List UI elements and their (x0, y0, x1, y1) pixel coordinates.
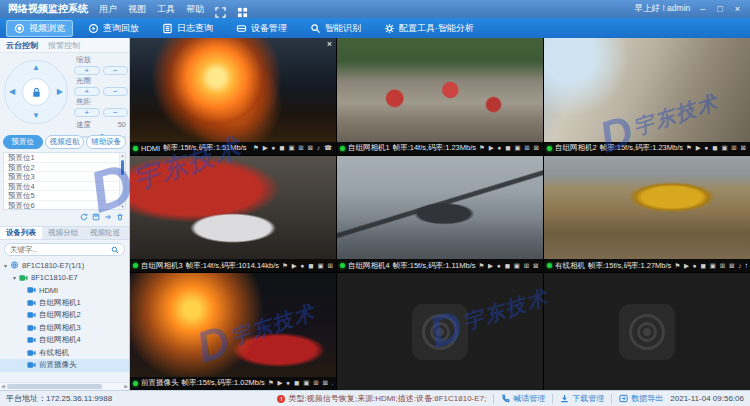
tree-device-node[interactable]: ▾ 8F1C1810-E7 (0, 272, 129, 285)
channel-label: 自组网相机1 (39, 298, 81, 308)
ptz-direction-pad[interactable]: ▲ ▼ ◀ ▶ (4, 60, 68, 124)
video-cell-front-selected[interactable]: 前置摄像头 帧率:15f/s,码率:1.02Mb/s ⚑ ▶ ● ◼ ▣ ⊞ ⊠… (130, 273, 336, 390)
tree-channel-selected[interactable]: 前置摄像头 (0, 359, 129, 372)
preset-item[interactable]: 预置位5 (4, 191, 125, 201)
channel-label: 前置摄像头 (39, 360, 77, 370)
expander-icon[interactable]: ▾ (13, 274, 16, 281)
preset-item[interactable]: 预置位2 (4, 163, 125, 173)
cell-toolbar-icons[interactable]: ⚑ ▶ ● ◼ ▣ ⊞ ⊠ ♪ ☎ (686, 144, 747, 152)
video-cell-empty[interactable] (544, 273, 750, 390)
ptz-left-arrow[interactable]: ◀ (9, 88, 15, 96)
video-cell-wired[interactable]: 有线相机 帧率:15f/s,码率:1.27Mb/s ⚑ ▶ ● ◼ ▣ ⊞ ⊠ … (544, 156, 750, 273)
video-cell-adhoc1[interactable]: 自组网相机1 帧率:14f/s,码率:1.23Mb/s ⚑ ▶ ● ◼ ▣ ⊞ … (337, 38, 543, 155)
close-button[interactable]: × (733, 5, 742, 14)
tree-channel[interactable]: 有线相机 (0, 347, 129, 360)
data-export-button[interactable]: 数据导出 (619, 393, 663, 404)
scroll-up-icon[interactable]: ▲ (120, 153, 125, 158)
scrollbar-thumb[interactable] (7, 384, 102, 389)
preset-item[interactable]: 预置位1 (4, 153, 125, 163)
preset-item[interactable]: 预置位6 (4, 201, 125, 211)
nav-log-query[interactable]: 日志查询 (154, 20, 221, 37)
ptz-up-arrow[interactable]: ▲ (32, 64, 40, 72)
cell-toolbar-icons[interactable]: ⚑ ▶ ● ◼ ▣ ⊞ ⊠ ♪ ☎ (478, 262, 540, 270)
scrollbar-thumb[interactable] (121, 160, 124, 175)
tree-horizontal-scrollbar[interactable]: ◀ ▶ (0, 382, 129, 390)
ptz-down-arrow[interactable]: ▼ (32, 112, 40, 120)
preset-action-bar (80, 213, 124, 221)
cell-toolbar-icons[interactable]: ⚑ ▶ ● ◼ ▣ ⊞ ⊠ ♪ ☎ (253, 144, 333, 152)
stream-stats: 帧率:15f/s,码率:1.11Mb/s (393, 261, 476, 271)
tree-channel[interactable]: 自组网相机2 (0, 309, 129, 322)
camera-icon (27, 349, 36, 357)
menu-user[interactable]: 用户 (99, 3, 117, 16)
cell-toolbar-icons[interactable]: ⚑ ▶ ● ◼ ▣ ⊞ ⊠ ♪ ☎ (479, 144, 540, 152)
camera-name: 自组网相机4 (348, 261, 390, 271)
cell-close-icon[interactable]: × (327, 39, 332, 49)
goto-preset-icon[interactable] (104, 213, 112, 221)
delete-preset-icon[interactable] (116, 213, 124, 221)
tab-video-tour[interactable]: 视频轮巡 (84, 227, 126, 239)
download-manage-button[interactable]: 下载管理 (560, 393, 604, 404)
video-frame (337, 156, 543, 260)
video-cell-adhoc4[interactable]: 自组网相机4 帧率:15f/s,码率:1.11Mb/s ⚑ ▶ ● ◼ ▣ ⊞ … (337, 156, 543, 273)
focus-minus-button[interactable]: − (103, 108, 129, 117)
recognition-icon (310, 23, 321, 34)
video-cell-adhoc3[interactable]: 自组网相机3 帧率:14f/s,码率:1014.14kb/s ⚑ ▶ ● ◼ ▣… (130, 156, 336, 273)
minimize-button[interactable]: – (698, 5, 707, 14)
iris-minus-button[interactable]: − (103, 87, 129, 96)
preset-scrollbar[interactable]: ▲ ▼ (119, 153, 125, 209)
zoom-label: 缩放 (76, 55, 128, 65)
preset-item[interactable]: 预置位3 (4, 172, 125, 182)
cell-toolbar-icons[interactable]: ⚑ ▶ ● ◼ ▣ ⊞ ⊠ ♪ ☎ (282, 262, 333, 270)
tree-root-node[interactable]: ▾ 8F1C1810-E7(1/1) (0, 259, 129, 272)
refresh-icon[interactable] (80, 213, 88, 221)
nav-smart-recognition[interactable]: 智能识别 (302, 20, 369, 37)
cell-status-bar: 自组网相机3 帧率:14f/s,码率:1014.14kb/s ⚑ ▶ ● ◼ ▣… (130, 259, 336, 272)
tab-video-group[interactable]: 视频分组 (42, 227, 84, 239)
tab-alarm-control[interactable]: 报警控制 (48, 40, 80, 51)
tab-presets[interactable]: 预置位 (3, 135, 43, 149)
search-input[interactable] (10, 245, 111, 254)
alarm-icon: ! (277, 395, 285, 403)
tree-channel[interactable]: 自组网相机4 (0, 334, 129, 347)
menu-tools[interactable]: 工具 (157, 3, 175, 16)
nav-config-analysis[interactable]: 配置工具·智能分析 (376, 20, 482, 37)
tab-ptz-control[interactable]: 云台控制 (6, 40, 38, 51)
preset-item[interactable]: 预置位4 (4, 182, 125, 192)
nav-playback[interactable]: 查询回放 (80, 20, 147, 37)
restore-button[interactable]: □ (715, 5, 724, 14)
talk-manage-button[interactable]: 喊话管理 (501, 393, 545, 404)
scroll-right-icon[interactable]: ▶ (124, 383, 128, 389)
zoom-minus-button[interactable]: − (103, 66, 129, 75)
scroll-down-icon[interactable]: ▼ (120, 204, 125, 209)
focus-plus-button[interactable]: + (74, 108, 100, 117)
tab-device-list[interactable]: 设备列表 (0, 227, 42, 239)
iris-plus-button[interactable]: + (74, 87, 100, 96)
scroll-left-icon[interactable]: ◀ (1, 383, 5, 389)
device-tab-bar: 设备列表 视频分组 视频轮巡 (0, 226, 129, 240)
cell-toolbar-icons[interactable]: ⚑ ▶ ● ◼ ▣ ⊞ ⊠ ♪ ☎ (674, 262, 747, 270)
video-cell-empty[interactable] (337, 273, 543, 390)
search-icon[interactable] (111, 246, 119, 254)
expander-icon[interactable]: ▾ (4, 262, 7, 269)
tree-channel[interactable]: HDMI (0, 284, 129, 297)
download-icon (560, 394, 569, 403)
tree-channel[interactable]: 自组网相机3 (0, 322, 129, 335)
cell-toolbar-icons[interactable]: ⚑ ▶ ● ◼ ▣ ⊞ ⊠ ♪ ☎ (268, 379, 333, 387)
tab-aux-device[interactable]: 辅助设备 (86, 135, 126, 149)
save-preset-icon[interactable] (92, 213, 100, 221)
ptz-lock-button[interactable] (22, 78, 50, 106)
zoom-plus-button[interactable]: + (74, 66, 100, 75)
menu-view[interactable]: 视图 (128, 3, 146, 16)
nav-video-browse[interactable]: 视频浏览 (6, 20, 73, 37)
fullscreen-icon[interactable] (215, 4, 226, 15)
menu-help[interactable]: 帮助 (186, 3, 204, 16)
layout-grid-icon[interactable] (237, 4, 248, 15)
tab-video-cruise[interactable]: 视频巡航 (45, 135, 85, 149)
video-cell-adhoc2[interactable]: 自组网相机2 帧率:15f/s,码率:1.23Mb/s ⚑ ▶ ● ◼ ▣ ⊞ … (544, 38, 750, 155)
nav-device-manage[interactable]: 设备管理 (228, 20, 295, 37)
cell-status-bar: 有线相机 帧率:15f/s,码率:1.27Mb/s ⚑ ▶ ● ◼ ▣ ⊞ ⊠ … (544, 259, 750, 272)
tree-channel[interactable]: 自组网相机1 (0, 297, 129, 310)
ptz-right-arrow[interactable]: ▶ (57, 88, 63, 96)
video-cell-hdmi[interactable]: × HDMI 帧率:15f/s,码率:1.51Mb/s ⚑ ▶ ● ◼ ▣ ⊞ … (130, 38, 336, 155)
